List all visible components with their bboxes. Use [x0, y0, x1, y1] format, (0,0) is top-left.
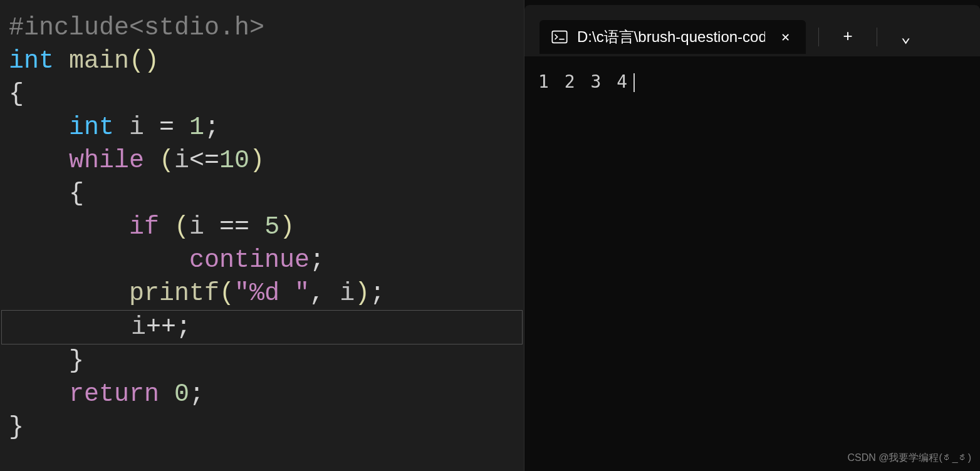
operator: ++ [146, 313, 176, 341]
code-line[interactable]: return 0; [0, 378, 524, 411]
brace: { [9, 80, 24, 108]
code-line[interactable]: while (i<=10) [0, 144, 524, 177]
terminal-titlebar: D:\c语言\brush-question-cod ✕ + ⌄ [524, 5, 980, 56]
comma: , [310, 279, 325, 308]
semicolon: ; [204, 113, 219, 142]
function-call: printf [129, 279, 219, 308]
code-line[interactable]: #include<stdio.h> [0, 11, 524, 44]
new-tab-button[interactable]: + [837, 24, 859, 50]
paren: ) [279, 213, 295, 241]
number-literal: 10 [219, 147, 249, 175]
keyword-return: return [69, 380, 159, 408]
paren: ) [249, 147, 264, 175]
code-line[interactable]: } [0, 411, 524, 444]
variable: i [174, 147, 189, 175]
tab-dropdown-button[interactable]: ⌄ [895, 23, 917, 51]
code-line[interactable]: int main() [0, 44, 524, 78]
keyword-while: while [69, 147, 144, 175]
number-literal: 5 [264, 213, 279, 241]
brace: } [9, 413, 24, 442]
keyword-if: if [129, 213, 159, 241]
operator: <= [189, 147, 219, 175]
keyword-continue: continue [189, 246, 310, 274]
angle-bracket: < [129, 14, 144, 42]
svg-rect-0 [552, 31, 566, 43]
angle-bracket: > [249, 14, 264, 42]
variable: i [340, 279, 355, 308]
code-line[interactable]: continue; [0, 244, 524, 277]
paren: ) [144, 47, 159, 75]
terminal-tab-title: D:\c语言\brush-question-cod [577, 27, 765, 47]
brace: { [69, 180, 84, 208]
semicolon: ; [189, 380, 204, 408]
terminal-icon [551, 28, 568, 46]
divider [818, 28, 819, 46]
paren: ( [174, 213, 189, 241]
operator: = [159, 113, 174, 142]
code-line[interactable]: { [0, 78, 524, 111]
terminal-tab[interactable]: D:\c语言\brush-question-cod ✕ [540, 20, 806, 54]
code-line[interactable]: if (i == 5) [0, 210, 524, 244]
paren: ( [219, 279, 234, 308]
paren: ( [129, 47, 144, 75]
code-line[interactable]: printf("%d ", i); [0, 277, 524, 310]
semicolon: ; [176, 313, 191, 341]
header-name: stdio.h [144, 14, 249, 42]
operator: == [219, 213, 249, 241]
terminal-cursor [633, 73, 635, 92]
function-name: main [69, 47, 129, 75]
type-keyword: int [9, 47, 54, 75]
variable: i [189, 213, 204, 241]
paren: ) [355, 279, 370, 308]
terminal-output: 1 2 3 4 [538, 71, 630, 92]
string-literal: "%d " [234, 279, 310, 308]
code-editor-pane[interactable]: #include<stdio.h> int main() { int i = 1… [0, 0, 524, 471]
variable: i [131, 313, 146, 341]
code-line[interactable]: { [0, 177, 524, 210]
code-line[interactable]: } [0, 344, 524, 378]
paren: ( [159, 147, 174, 175]
terminal-window: D:\c语言\brush-question-cod ✕ + ⌄ 1 2 3 4 [524, 0, 980, 471]
close-tab-button[interactable]: ✕ [776, 26, 795, 48]
semicolon: ; [370, 279, 385, 308]
number-literal: 0 [174, 380, 189, 408]
semicolon: ; [310, 246, 325, 274]
watermark: CSDN @我要学编程(ಥ_ಥ) [847, 452, 971, 465]
variable: i [129, 113, 144, 142]
type-keyword: int [69, 113, 114, 142]
preprocessor-token: #include [9, 14, 129, 42]
code-line-current[interactable]: i++; [1, 310, 523, 344]
brace: } [69, 347, 84, 375]
number-literal: 1 [189, 113, 204, 142]
terminal-body[interactable]: 1 2 3 4 [524, 56, 980, 107]
code-line[interactable]: int i = 1; [0, 111, 524, 144]
divider [877, 28, 877, 46]
terminal-actions: + ⌄ [818, 23, 917, 51]
